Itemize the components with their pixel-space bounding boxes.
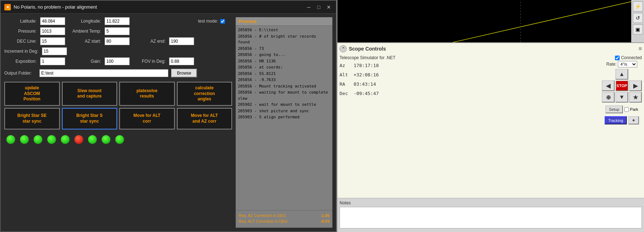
status-dot-3 <box>33 134 43 145</box>
exposition-input[interactable] <box>40 57 65 65</box>
alt-label: Alt <box>340 72 348 77</box>
gain-label: Gain: <box>69 59 101 64</box>
process-title: Process <box>236 17 332 26</box>
notes-label: Notes <box>340 200 642 205</box>
calculate-button[interactable]: calculate correction angles <box>177 82 232 106</box>
process-log: 205856 - E:\\test205856 - # of bright st… <box>236 26 332 210</box>
longitude-input[interactable] <box>105 17 130 25</box>
form-area: Latitude: Longitude: test mode: Pressure… <box>4 17 232 228</box>
row-output-folder: Output Folder: Browse <box>4 69 232 77</box>
dpad-right-button[interactable]: ▶ <box>629 80 642 91</box>
coordinates-display: Az 178:17:18 Alt +32:08:16 RA 03:43:14 D… <box>340 61 596 124</box>
ambient-temp-input[interactable] <box>105 27 130 35</box>
svg-rect-0 <box>337 0 644 42</box>
telescope-name: Telescope Simulator for .NET <box>340 55 612 60</box>
dpad-left-button[interactable]: ◀ <box>602 80 615 91</box>
notes-textarea[interactable] <box>340 207 642 228</box>
browse-button[interactable]: Browse <box>171 69 197 77</box>
dpad: ▲ ◀ STOP ▶ ⊕ ▼ ★ <box>602 69 642 103</box>
buttons-grid: update ASCOM Position Slew mount and cap… <box>4 82 232 129</box>
output-folder-label: Output Folder: <box>4 71 37 76</box>
dpad-down-button[interactable]: ▼ <box>615 92 628 103</box>
minimize-button[interactable]: ─ <box>305 4 312 11</box>
rate-select[interactable]: 4"/s 1"/s 0.5"/s <box>618 61 637 67</box>
tracking-button[interactable]: Tracking <box>605 116 627 124</box>
bright-star-s-button[interactable]: Bright Star S star sync <box>62 108 117 129</box>
pressure-label: Pressure: <box>4 29 37 34</box>
output-folder-input[interactable] <box>39 69 168 77</box>
correction-area: Req. AZ Correction in DEG -1.05 Req. ALT… <box>236 210 332 228</box>
dpad-stop-button[interactable]: STOP <box>615 80 628 91</box>
status-dot-8 <box>101 134 111 145</box>
test-mode-checkbox[interactable] <box>220 19 225 24</box>
az-start-label: AZ start: <box>69 39 101 44</box>
maximize-button[interactable]: □ <box>315 4 322 11</box>
rate-row: Rate: 4"/s 1"/s 0.5"/s <box>606 61 638 67</box>
app-content: Latitude: Longitude: test mode: Pressure… <box>1 14 336 231</box>
increment-input[interactable] <box>42 47 67 55</box>
star-align-button[interactable]: ★ <box>628 116 639 124</box>
az-end-input[interactable] <box>169 37 194 45</box>
connected-checkbox[interactable] <box>615 56 620 60</box>
alt-correction-row: Req. ALT Correction in DEG -0.03 <box>239 219 330 223</box>
longitude-label: Longitude: <box>69 19 101 24</box>
scope-info-row: Telescope Simulator for .NET Connected <box>340 55 642 60</box>
latitude-input[interactable] <box>40 17 65 25</box>
az-label: Az <box>340 63 345 68</box>
latitude-label: Latitude: <box>4 19 37 24</box>
move-alt-az-button[interactable]: Move for ALT and AZ corr <box>177 108 232 129</box>
settings-button[interactable]: ▣ <box>633 24 643 34</box>
exposition-label: Exposition: <box>4 59 37 64</box>
scope-controls-section: ⌃ Scope Controls ≡ Telescope Simulator f… <box>337 43 644 198</box>
collapse-button[interactable]: ⌃ <box>340 45 347 52</box>
lightning-button[interactable]: ⚡ <box>633 1 643 11</box>
row-pressure-temp: Pressure: Ambient Temp: <box>4 27 232 35</box>
status-dot-6 <box>74 134 84 145</box>
ra-label: RA <box>340 81 345 87</box>
right-panel: ⚡ ↺ ▣ ⌃ Scope Controls ≡ Telescope Simul… <box>337 0 644 232</box>
dpad-target-button[interactable]: ⊕ <box>602 92 615 103</box>
platesolve-button[interactable]: platesolve results <box>119 82 175 106</box>
close-button[interactable]: ✕ <box>325 4 332 11</box>
fov-input[interactable] <box>169 57 194 65</box>
dec-value: -09:45:47 <box>354 91 379 96</box>
notes-section: Notes <box>337 198 644 232</box>
status-dot-2 <box>19 134 29 145</box>
status-dot-5 <box>60 134 70 145</box>
pressure-input[interactable] <box>40 27 65 35</box>
status-dot-1 <box>6 134 16 145</box>
refresh-button[interactable]: ↺ <box>633 13 643 23</box>
dpad-up-button[interactable]: ▲ <box>615 69 628 80</box>
dpad-empty-tr <box>629 69 642 80</box>
hamburger-menu[interactable]: ≡ <box>639 46 642 52</box>
scope-view: ⚡ ↺ ▣ <box>337 0 644 43</box>
park-label-area: Park <box>624 105 638 113</box>
dec-label: Dec <box>340 91 348 96</box>
ra-row: RA 03:43:14 <box>340 80 596 89</box>
test-mode-label: test mode: <box>198 19 218 24</box>
status-dot-9 <box>115 134 125 145</box>
az-value: 178:17:18 <box>354 63 379 68</box>
az-start-input[interactable] <box>105 37 130 45</box>
update-ascom-button[interactable]: update ASCOM Position <box>4 82 60 106</box>
slew-mount-button[interactable]: Slew mount and capture <box>62 82 117 106</box>
az-correction-row: Req. AZ Correction in DEG -1.05 <box>239 213 330 218</box>
dec-line-input[interactable] <box>40 37 65 45</box>
az-correction-label: Req. AZ Correction in DEG <box>239 213 286 218</box>
rate-label: Rate: <box>606 62 617 67</box>
ambient-temp-label: Ambient Temp: <box>69 29 101 34</box>
app-icon: ★ <box>4 4 11 10</box>
alt-correction-value: -0.03 <box>321 219 330 223</box>
scope-side-toolbar: ⚡ ↺ ▣ <box>631 0 644 42</box>
window-title: No Polaris, no problem - polar alignment <box>14 4 305 10</box>
setup-button[interactable]: Setup <box>605 105 623 113</box>
gain-input[interactable] <box>105 57 130 65</box>
main-window: ★ No Polaris, no problem - polar alignme… <box>0 0 337 232</box>
bright-star-se-button[interactable]: Bright Star SE star sync <box>4 108 60 129</box>
scope-controls-title: ⌃ Scope Controls <box>340 45 386 52</box>
park-checkbox[interactable] <box>624 107 629 112</box>
row-dec-az: DEC Line: AZ start: AZ end: <box>4 37 232 45</box>
move-alt-button[interactable]: Move for ALT corr <box>119 108 175 129</box>
dpad-star-button[interactable]: ★ <box>629 92 642 103</box>
az-row: Az 178:17:18 <box>340 61 596 70</box>
